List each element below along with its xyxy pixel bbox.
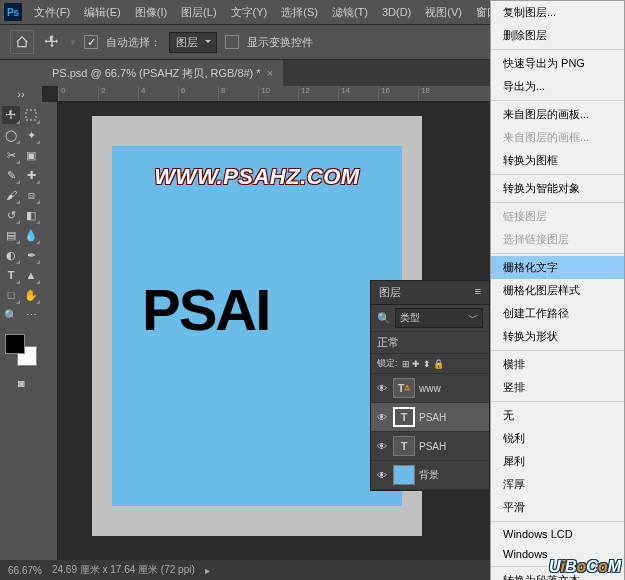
context-menu: 复制图层...删除图层快速导出为 PNG导出为...来自图层的画板...来自图层…: [490, 0, 625, 580]
gradient-tool[interactable]: ▤: [2, 226, 20, 244]
layer-filter-select[interactable]: 类型﹀: [395, 308, 483, 328]
pen-tool[interactable]: ✒: [22, 246, 40, 264]
stamp-tool[interactable]: ⧇: [22, 186, 40, 204]
tools-panel: ›› ◯ ✦ ✂ ▣ ✎ ✚ 🖌 ⧇ ↺ ◧ ▤ 💧 ◐ ✒ T ▲ □ ✋ 🔍…: [0, 86, 42, 560]
ruler-vertical: [42, 102, 58, 560]
lock-icons[interactable]: ⊞ ✚ ⬍ 🔒: [402, 359, 445, 369]
context-menu-item[interactable]: 转换为图框: [491, 149, 624, 172]
context-menu-item[interactable]: Windows LCD: [491, 524, 624, 544]
menu-layer[interactable]: 图层(L): [175, 2, 222, 23]
type-layer-thumb: T: [393, 407, 415, 427]
move-tool-indicator: [42, 32, 62, 52]
color-swatches[interactable]: [5, 334, 37, 366]
panel-menu-icon[interactable]: ≡: [475, 285, 481, 300]
layers-panel: 图层 ≡ 🔍 类型﹀ 正常 锁定: ⊞ ✚ ⬍ 🔒 👁 T⚠ www 👁 T P…: [370, 280, 490, 491]
document-tab[interactable]: PS.psd @ 66.7% (PSAHZ 拷贝, RGB/8#) * ×: [42, 60, 283, 86]
menu-filter[interactable]: 滤镜(T): [326, 2, 374, 23]
tools-collapse-icon[interactable]: ››: [14, 88, 28, 100]
layer-name[interactable]: PSAH: [419, 441, 446, 452]
layer-name[interactable]: 背景: [419, 468, 439, 482]
auto-select-checkbox[interactable]: [84, 35, 98, 49]
document-tab-title: PS.psd @ 66.7% (PSAHZ 拷贝, RGB/8#) *: [52, 66, 261, 81]
menu-type[interactable]: 文字(Y): [225, 2, 274, 23]
context-menu-item[interactable]: 犀利: [491, 450, 624, 473]
dodge-tool[interactable]: ◐: [2, 246, 20, 264]
layers-panel-header: 图层 ≡: [371, 281, 489, 305]
eyedropper-tool[interactable]: ✎: [2, 166, 20, 184]
context-menu-item[interactable]: 转换为智能对象: [491, 177, 624, 200]
visibility-icon[interactable]: 👁: [375, 383, 389, 394]
layer-name[interactable]: www: [419, 383, 441, 394]
show-transform-checkbox[interactable]: [225, 35, 239, 49]
context-menu-item[interactable]: 栅格化文字: [491, 256, 624, 279]
zoom-level[interactable]: 66.67%: [8, 565, 42, 576]
marquee-tool[interactable]: [22, 106, 40, 124]
layer-name[interactable]: PSAH: [419, 412, 446, 423]
magic-wand-tool[interactable]: ✦: [22, 126, 40, 144]
type-layer-thumb: T⚠: [393, 378, 415, 398]
ps-app-icon: Ps: [4, 3, 22, 21]
healing-tool[interactable]: ✚: [22, 166, 40, 184]
crop-tool[interactable]: ✂: [2, 146, 20, 164]
close-tab-icon[interactable]: ×: [267, 67, 273, 79]
visibility-icon[interactable]: 👁: [375, 412, 389, 423]
layer-thumb: [393, 465, 415, 485]
menu-separator: [491, 350, 624, 351]
shape-tool[interactable]: □: [2, 286, 20, 304]
menu-image[interactable]: 图像(I): [129, 2, 173, 23]
menu-select[interactable]: 选择(S): [275, 2, 324, 23]
context-menu-item[interactable]: 横排: [491, 353, 624, 376]
auto-select-label: 自动选择：: [106, 35, 161, 50]
document-dimensions: 24.69 厘米 x 17.64 厘米 (72 ppi): [52, 563, 195, 577]
quick-mask-tool[interactable]: ◙: [12, 374, 30, 392]
extra-tool[interactable]: ⋯: [22, 306, 40, 324]
context-menu-item[interactable]: 锐利: [491, 427, 624, 450]
blur-tool[interactable]: 💧: [22, 226, 40, 244]
layer-row[interactable]: 👁 背景: [371, 461, 489, 490]
type-tool[interactable]: T: [2, 266, 20, 284]
lasso-tool[interactable]: ◯: [2, 126, 20, 144]
path-select-tool[interactable]: ▲: [22, 266, 40, 284]
zoom-tool[interactable]: 🔍: [2, 306, 20, 324]
foreground-color[interactable]: [5, 334, 25, 354]
context-menu-item[interactable]: 浑厚: [491, 473, 624, 496]
home-button[interactable]: [10, 30, 34, 54]
context-menu-item[interactable]: 转换为形状: [491, 325, 624, 348]
frame-tool[interactable]: ▣: [22, 146, 40, 164]
context-menu-item[interactable]: 竖排: [491, 376, 624, 399]
menu-3d[interactable]: 3D(D): [376, 3, 417, 21]
context-menu-item[interactable]: 导出为...: [491, 75, 624, 98]
visibility-icon[interactable]: 👁: [375, 441, 389, 452]
context-menu-item[interactable]: 来自图层的画板...: [491, 103, 624, 126]
context-menu-item[interactable]: 复制图层...: [491, 1, 624, 24]
history-brush-tool[interactable]: ↺: [2, 206, 20, 224]
svg-rect-0: [26, 110, 36, 120]
eraser-tool[interactable]: ◧: [22, 206, 40, 224]
layer-row[interactable]: 👁 T PSAH: [371, 403, 489, 432]
blend-mode-select[interactable]: 正常: [377, 335, 399, 350]
chevron-right-icon[interactable]: ▸: [205, 565, 210, 576]
menu-separator: [491, 49, 624, 50]
menu-separator: [491, 100, 624, 101]
hand-tool[interactable]: ✋: [22, 286, 40, 304]
type-layer-thumb: T: [393, 436, 415, 456]
context-menu-item[interactable]: 删除图层: [491, 24, 624, 47]
context-menu-item[interactable]: 平滑: [491, 496, 624, 519]
menu-file[interactable]: 文件(F): [28, 2, 76, 23]
brush-tool[interactable]: 🖌: [2, 186, 20, 204]
move-icon: [44, 34, 60, 50]
move-tool[interactable]: [2, 106, 20, 124]
context-menu-item[interactable]: 快速导出为 PNG: [491, 52, 624, 75]
menu-edit[interactable]: 编辑(E): [78, 2, 127, 23]
visibility-icon[interactable]: 👁: [375, 470, 389, 481]
artboard[interactable]: WWW.PSAHZ.COM PSAI: [112, 146, 402, 506]
menu-separator: [491, 401, 624, 402]
lock-label: 锁定:: [377, 357, 398, 370]
context-menu-item[interactable]: 创建工作路径: [491, 302, 624, 325]
context-menu-item[interactable]: 栅格化图层样式: [491, 279, 624, 302]
layer-row[interactable]: 👁 T PSAH: [371, 432, 489, 461]
auto-select-target[interactable]: 图层: [169, 32, 217, 53]
context-menu-item[interactable]: 无: [491, 404, 624, 427]
layer-row[interactable]: 👁 T⚠ www: [371, 374, 489, 403]
menu-view[interactable]: 视图(V): [419, 2, 468, 23]
